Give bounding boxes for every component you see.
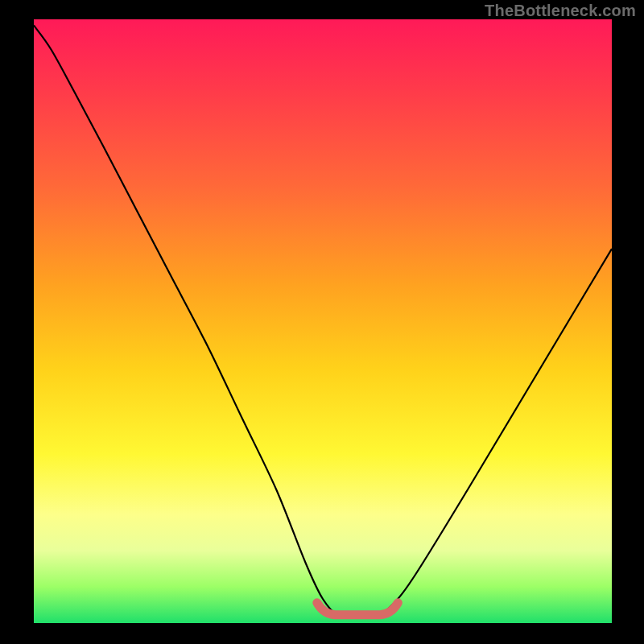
chart-frame: TheBottleneck.com [0, 0, 644, 644]
watermark-text: TheBottleneck.com [485, 2, 636, 20]
chart-svg [34, 19, 612, 623]
plot-area [34, 19, 612, 623]
bottleneck-curve [34, 26, 612, 619]
